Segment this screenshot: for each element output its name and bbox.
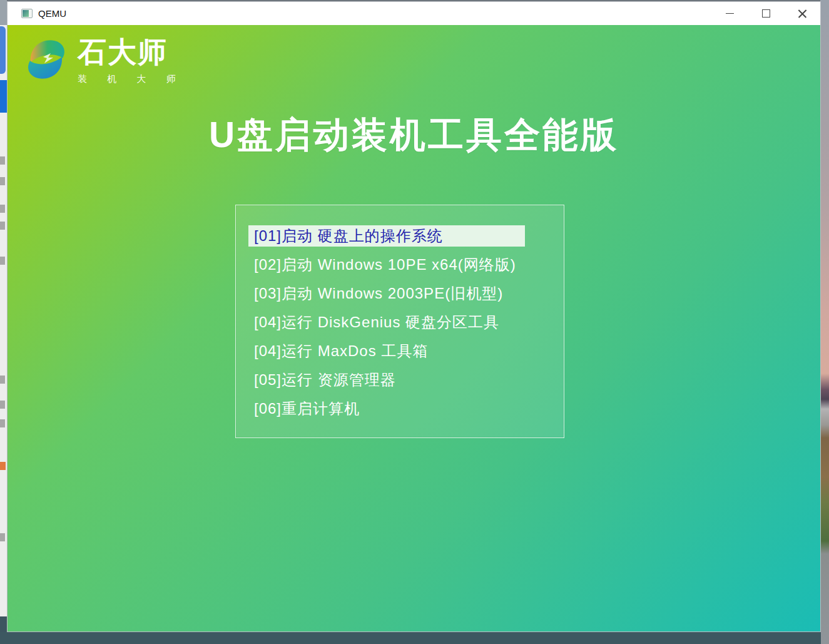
background-text-fragment: [0, 205, 5, 213]
close-icon: [798, 9, 807, 18]
boot-menu-item[interactable]: [05]运行 资源管理器: [248, 365, 564, 394]
boot-menu-item[interactable]: [06]重启计算机: [248, 394, 564, 423]
background-window-sliver: [0, 0, 7, 644]
background-text-fragment: [0, 376, 5, 384]
background-text-fragment: [0, 462, 6, 470]
minimize-icon: [726, 13, 734, 14]
boot-menu-box: [01]启动 硬盘上的操作系统[02]启动 Windows 10PE x64(网…: [235, 205, 564, 438]
desktop-wallpaper-sliver: [820, 0, 829, 644]
maximize-button[interactable]: [748, 2, 784, 25]
window-controls: [711, 2, 820, 25]
background-text-fragment: [0, 156, 5, 165]
brand-logo: 石大师 装 机 大 师: [24, 36, 185, 85]
boot-menu-list: [01]启动 硬盘上的操作系统[02]启动 Windows 10PE x64(网…: [236, 222, 564, 423]
background-text-fragment: [0, 419, 5, 427]
brand-text-block: 石大师 装 机 大 师: [78, 36, 185, 85]
background-text-fragment: [0, 401, 5, 409]
brand-logo-icon: [24, 36, 68, 83]
brand-name: 石大师: [78, 36, 185, 68]
desktop: QEMU: [0, 0, 829, 644]
background-text-fragment: [0, 533, 5, 541]
background-fragment: [0, 26, 6, 74]
close-button[interactable]: [784, 2, 820, 25]
window-title: QEMU: [38, 8, 66, 19]
boot-menu-item[interactable]: [04]运行 DiskGenius 硬盘分区工具: [248, 308, 564, 337]
background-text-fragment: [0, 257, 5, 265]
desktop-bottom-strip: [0, 632, 821, 644]
boot-menu-item-selected[interactable]: [01]启动 硬盘上的操作系统: [248, 225, 525, 247]
maximize-icon: [762, 9, 770, 18]
background-fragment: [0, 80, 7, 113]
brand-subtitle: 装 机 大 师: [78, 73, 185, 85]
vm-display[interactable]: 石大师 装 机 大 师 U盘启动装机工具全能版 [01]启动 硬盘上的操作系统[…: [8, 25, 820, 631]
page-title: U盘启动装机工具全能版: [8, 111, 820, 160]
titlebar[interactable]: QEMU: [8, 2, 820, 25]
boot-menu-item[interactable]: [02]启动 Windows 10PE x64(网络版): [248, 250, 564, 279]
qemu-app-icon: [21, 9, 33, 18]
background-text-fragment: [0, 177, 5, 185]
boot-menu-item[interactable]: [03]启动 Windows 2003PE(旧机型): [248, 279, 564, 308]
qemu-window: QEMU: [7, 1, 821, 632]
background-fragment: [0, 0, 7, 25]
background-text-fragment: [0, 222, 5, 230]
minimize-button[interactable]: [711, 2, 748, 25]
boot-menu-item[interactable]: [04]运行 MaxDos 工具箱: [248, 337, 564, 365]
